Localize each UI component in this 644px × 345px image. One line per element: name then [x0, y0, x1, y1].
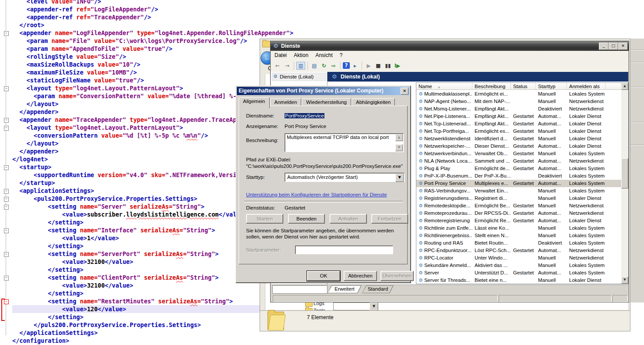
menu-item-aktion[interactable]: Aktion	[290, 51, 312, 58]
service-row-rpc-endpunktzuor[interactable]: ⚙RPC-Endpunktzuor...Löst RPC-Sch...Gesta…	[416, 247, 621, 254]
service-row-netzwerkverbindun[interactable]: ⚙Netzwerkverbindun...Verwaltet Ob...Gest…	[416, 150, 621, 157]
pause-button[interactable]: Anhalten	[330, 214, 367, 224]
fold-toggle-icon[interactable]: −	[4, 189, 9, 194]
service-row-netzwerkspeicher[interactable]: ⚙Netzwerkspeicher-...Dieser Dienst...Ges…	[416, 142, 621, 150]
column-header-beschreibung[interactable]: Beschreibung	[472, 83, 511, 90]
start-params-input[interactable]	[295, 245, 393, 254]
ok-button[interactable]: OK	[307, 271, 340, 281]
pause-service-icon[interactable]: ▮▮	[384, 62, 392, 70]
scroll-down-icon[interactable]: ▼	[395, 144, 403, 151]
start-params-label: Startparameter:	[246, 247, 281, 253]
explorer-combo-dropdown-icon[interactable]: ▼	[370, 302, 378, 311]
resume-button[interactable]: Fortsetzen	[371, 214, 408, 224]
restart-service-icon[interactable]: ▶	[393, 62, 402, 70]
column-header-status[interactable]: Status	[511, 83, 536, 90]
service-row-rpc-locator[interactable]: ⚙RPC-LocatorUnter Windo...ManuellNetzwer…	[416, 254, 621, 262]
start-type-combobox[interactable]: Automatisch (Verzögerter Start) ▼	[285, 173, 405, 182]
service-logon-as: Lokaler Dienst	[567, 217, 621, 224]
service-row-nla-network-loca[interactable]: ⚙NLA (Network Loca...Sammelt und ...Gest…	[416, 157, 621, 165]
menu-item-ansicht[interactable]: Ansicht	[312, 51, 336, 58]
service-row-port-proxy-service[interactable]: ⚙Port Proxy ServiceMultiplexes e...Gesta…	[416, 180, 621, 187]
help-icon[interactable]: ?	[343, 62, 350, 69]
minimize-button[interactable]: _	[599, 43, 609, 50]
fold-toggle-icon[interactable]: −	[4, 31, 9, 36]
service-row-net-tcp-portfreiga[interactable]: ⚙Net.Tcp-Portfreiga...Ermöglicht es...Ge…	[416, 128, 621, 135]
apply-button[interactable]: Übernehmen	[380, 271, 414, 281]
service-row-netzwerklistendienst[interactable]: ⚙NetzwerklistendienstIdentifiziert d...G…	[416, 135, 621, 142]
service-row-net-msmq-listener[interactable]: ⚙Net.Msmq-Listener...Empfängt Akt...Deak…	[416, 105, 621, 113]
service-description: Ermöglicht Be...	[472, 202, 511, 210]
service-description: Der RPCSS-Di...	[472, 210, 511, 217]
fold-toggle-icon[interactable]: −	[4, 126, 9, 131]
column-header-starttyp[interactable]: Starttyp	[536, 83, 567, 90]
service-row-remoteregistrierung[interactable]: ⚙RemoteregistrierungErmöglicht Re...Gest…	[416, 217, 621, 224]
service-row-server-f-r-threads[interactable]: ⚙Server für Threads...Bietet eine n...Ma…	[416, 277, 621, 284]
service-row-remoteprozedurau[interactable]: ⚙Remoteprozedurau...Der RPCSS-Di...Gesta…	[416, 210, 621, 217]
tab-erweitert[interactable]: Erweitert	[327, 285, 362, 293]
service-row-plug-play[interactable]: ⚙Plug & PlayErmöglicht de...GestartetAut…	[416, 165, 621, 172]
export-list-icon[interactable]: ⇨	[329, 62, 338, 70]
cancel-button[interactable]: Abbrechen	[344, 271, 377, 281]
maximize-button[interactable]: □	[609, 43, 618, 50]
column-header-anmelden-als[interactable]: Anmelden als	[567, 83, 605, 90]
service-row-remotedesktopdie[interactable]: ⚙Remotedesktopdie...Ermöglicht Be...Gest…	[416, 202, 621, 210]
service-row-richtlinie-zum-entfe[interactable]: ⚙Richtlinie zum Entfe...Lässt eine Ko...…	[416, 224, 621, 232]
properties-icon[interactable]: ▤	[310, 62, 319, 70]
forward-icon[interactable]: →	[283, 62, 292, 70]
show-console-tree-icon[interactable]: ▥	[296, 62, 305, 70]
tree-item-dienste-lokal[interactable]: ⚙ Dienste (Lokal)	[272, 73, 326, 81]
explorer-combo-field[interactable]	[333, 302, 370, 310]
services-list-header: Name▲BeschreibungStatusStarttypAnmelden …	[416, 83, 621, 90]
dialog-title-bar[interactable]: Eigenschaften von Port Proxy Service (Lo…	[237, 87, 409, 95]
extended-view-icon[interactable]: ▸	[351, 62, 359, 70]
column-header-name[interactable]: Name▲	[416, 83, 472, 90]
service-row-multimediaklassenpl[interactable]: ⚙Multimediaklassenpl...Ermöglicht ei...M…	[416, 90, 621, 98]
service-gear-icon: ⚙	[419, 263, 423, 268]
tab-standard[interactable]: Standard	[362, 285, 394, 293]
services-title-bar[interactable]: ⚙ Dienste _ □ ×	[271, 41, 629, 51]
service-gear-icon: ⚙	[419, 218, 423, 223]
scroll-up-icon[interactable]: ▲	[621, 83, 628, 90]
start-button[interactable]: Starten	[246, 214, 283, 224]
service-row-sekund-re-anmeld[interactable]: ⚙Sekundäre Anmeld...Aktiviert das ...Man…	[416, 262, 621, 269]
stop-button[interactable]: Beenden	[288, 214, 325, 224]
refresh-icon[interactable]: ↻	[320, 62, 328, 70]
start-service-icon[interactable]: ▶	[364, 62, 373, 70]
service-row-registrierungsdiens[interactable]: ⚙Registrierungsdiens...Registriert di...…	[416, 195, 621, 202]
menu-item-datei[interactable]: Datei	[271, 51, 290, 58]
service-row-net-tcp-listenerad[interactable]: ⚙Net.Tcp-Listenerad...Empfängt Akt...Ges…	[416, 120, 621, 128]
service-row-pnp-x-ip-busenum[interactable]: ⚙PnP-X-IP-Busenum...Der PnP-X-Bu...Deakt…	[416, 172, 621, 180]
fold-toggle-icon[interactable]: −	[4, 86, 9, 91]
description-field[interactable]: Multiplexes external TCP/IP data on loca…	[285, 133, 404, 152]
service-row-server[interactable]: ⚙ServerUnterstützt D...GestartetAutomat.…	[416, 269, 621, 277]
fold-toggle-icon[interactable]: −	[4, 165, 9, 170]
back-icon[interactable]: ←	[273, 62, 282, 70]
fold-toggle-icon[interactable]: −	[4, 276, 9, 281]
service-row-routing-und-ras[interactable]: ⚙Routing und RASBietet Routin...Deaktivi…	[416, 239, 621, 247]
dialog-tab-allgemein[interactable]: Allgemein	[239, 97, 270, 108]
startup-options-help-link[interactable]: Unterstützung beim Konfigurieren der Sta…	[246, 192, 387, 197]
service-logon-as: Netzwerkdienst	[567, 247, 621, 254]
service-row-ras-verbindungsv[interactable]: ⚙RAS-Verbindungsv...Verwaltet Ein...Manu…	[416, 187, 621, 195]
service-row-net-pipe-listenera[interactable]: ⚙Net.Pipe-Listenera...Empfängt Akt...Ges…	[416, 113, 621, 120]
close-icon[interactable]: ×	[401, 88, 408, 95]
fold-toggle-icon[interactable]: −	[4, 205, 9, 210]
service-start-type: Manuell	[536, 150, 567, 157]
fold-toggle-icon[interactable]: −	[4, 118, 9, 123]
stop-service-icon[interactable]: ■	[374, 62, 383, 70]
scroll-up-icon[interactable]: ▲	[395, 134, 403, 141]
fold-toggle-icon[interactable]: −	[4, 228, 9, 233]
scroll-down-icon[interactable]: ▼	[621, 277, 628, 284]
fold-toggle-icon[interactable]: −	[4, 197, 9, 202]
service-start-type: Automat...	[536, 269, 567, 277]
menu-item-hilfe[interactable]: ?	[336, 51, 346, 58]
service-name-value: PortProxyService	[285, 113, 324, 118]
fold-toggle-icon[interactable]: −	[4, 252, 9, 257]
scrollbar-thumb[interactable]	[621, 158, 628, 189]
chevron-down-icon[interactable]: ▼	[395, 174, 404, 182]
service-row-nap-agent-netwo[interactable]: ⚙NAP-Agent (Netwo...Mit dem NAP-...Manue…	[416, 98, 621, 105]
close-button[interactable]: ×	[618, 43, 628, 50]
service-name: ⚙NLA (Network Loca...	[416, 157, 472, 165]
services-list-scrollbar[interactable]: ▲ ▼	[621, 83, 628, 284]
service-row-richtlinienergebniss[interactable]: ⚙Richtlinienergebniss...Stellt einen N..…	[416, 232, 621, 239]
